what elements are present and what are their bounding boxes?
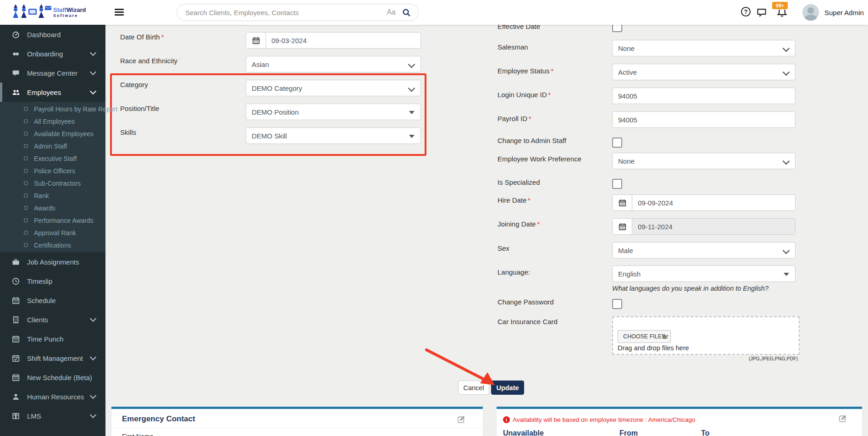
skills-label: Skills [120, 128, 136, 136]
dob-input[interactable] [266, 37, 420, 44]
calendar-icon [12, 335, 21, 342]
sidebar-subitem-performance-awards[interactable]: Performance Awards [0, 214, 105, 226]
notification-count-badge[interactable]: 99+ [772, 1, 788, 10]
sidebar-item-shift-management[interactable]: Shift Management [0, 348, 105, 368]
salesman-select[interactable]: None [612, 40, 796, 56]
emergency-contact-title: Emergency Contact [122, 414, 195, 424]
handshake-icon [12, 50, 21, 57]
search-icon[interactable] [402, 8, 411, 17]
sidebar-item-label: Dashboard [27, 31, 61, 39]
search-input[interactable] [184, 8, 387, 17]
change-password-checkbox[interactable] [612, 299, 622, 309]
sidebar-item-label: Employees [27, 88, 61, 96]
sidebar-item-message-center[interactable]: Message Center [0, 63, 105, 83]
sidebar-item-dashboard[interactable]: Dashboard [0, 25, 105, 44]
login-unique-id-label: Login Unique ID* [498, 91, 551, 99]
calendar-icon[interactable] [613, 219, 632, 234]
sidebar-item-timeslip[interactable]: Timeslip [0, 271, 105, 291]
comment-icon [12, 69, 21, 77]
sidebar-subitem-sub-contractors[interactable]: Sub-Contractors [0, 177, 105, 189]
dashboard-icon [12, 31, 21, 38]
position-title-label: Position/Title [120, 105, 159, 112]
is-specialized-checkbox[interactable] [612, 179, 622, 189]
language-dropdown[interactable]: English [612, 265, 796, 282]
messages-icon[interactable] [757, 7, 767, 17]
joining-date-label: Joining Date* [498, 220, 540, 228]
payroll-id-input[interactable] [613, 116, 795, 124]
sidebar-subitem-payroll-hours[interactable]: Payroll Hours by Rate Report [0, 103, 105, 115]
sidebar-item-lms[interactable]: LMS [0, 406, 105, 425]
joining-date-input[interactable] [632, 219, 795, 234]
sidebar-item-employees[interactable]: Employees [0, 83, 105, 102]
chevron-down-icon [90, 50, 96, 56]
work-preference-label: Employee Work Preference [498, 155, 581, 163]
staffwizard-logo[interactable]: StaffWizard Software [10, 1, 86, 23]
category-select[interactable]: DEMO Category [246, 80, 421, 96]
from-column-header: From [619, 429, 638, 436]
user-name[interactable]: Super Admin [824, 9, 864, 17]
sidebar-item-time-punch[interactable]: Time Punch [0, 329, 105, 348]
sidebar-item-human-resources[interactable]: Human Resources [0, 387, 105, 406]
sidebar-toggle-icon[interactable] [115, 9, 124, 16]
position-title-dropdown[interactable]: DEMO Position [246, 104, 421, 120]
chevron-down-icon [783, 158, 790, 165]
sidebar-item-new-schedule-beta[interactable]: New Schedule (Beta) [0, 368, 105, 387]
user-avatar[interactable] [802, 4, 819, 21]
race-label: Race and Ethnicity [120, 57, 177, 65]
change-admin-checkbox[interactable] [612, 138, 622, 148]
sidebar-subitem-available-employees[interactable]: Available Employees [0, 127, 105, 140]
hire-date-field [612, 194, 796, 211]
divider [111, 428, 483, 428]
joining-date-field [612, 218, 796, 235]
dob-field [246, 32, 421, 49]
help-icon[interactable]: ? [741, 7, 751, 17]
update-button[interactable]: Update [491, 381, 524, 395]
sidebar-item-job-assignments[interactable]: Job Assignments [0, 252, 105, 271]
circle-icon [24, 107, 28, 111]
clock-icon [12, 277, 21, 285]
skills-dropdown[interactable]: DEMO Skill [246, 127, 421, 144]
circle-icon [24, 243, 28, 247]
chevron-down-icon [783, 45, 790, 52]
sidebar-subitem-approval-rank[interactable]: Approval Rank [0, 226, 105, 239]
hire-date-input[interactable] [632, 199, 795, 207]
calendar-icon[interactable] [246, 33, 266, 48]
race-select[interactable]: Asian [246, 56, 421, 72]
sex-select[interactable]: Male [612, 242, 796, 259]
sidebar-item-onboarding[interactable]: Onboarding [0, 44, 105, 63]
circle-icon [24, 231, 28, 235]
font-size-toggle[interactable]: Aa [387, 8, 396, 17]
circle-icon [24, 193, 28, 198]
employee-status-select[interactable]: Active [612, 64, 796, 80]
top-header: StaffWizard Software Aa ? 99+ Super Admi… [0, 0, 868, 25]
sidebar-subitem-all-employees[interactable]: All Employees [0, 115, 105, 127]
is-specialized-label: Is Specialized [498, 178, 540, 186]
language-label: Language: [498, 268, 530, 276]
sidebar-subitem-police-officers[interactable]: Police Officers [0, 165, 105, 177]
employee-edit-page: StaffWizard Software Aa ? 99+ Super Admi… [0, 0, 868, 436]
calendar-icon[interactable] [613, 195, 632, 210]
edit-icon[interactable] [457, 415, 465, 424]
login-unique-id-input[interactable] [613, 92, 795, 100]
cancel-button[interactable]: Cancel [458, 381, 489, 395]
chevron-down-icon [90, 392, 96, 399]
car-insurance-dropzone[interactable]: CHOOSE FILES or Drag and drop files here [612, 316, 800, 355]
briefcase-icon [12, 258, 21, 265]
circle-icon [24, 169, 28, 173]
sidebar-item-clients[interactable]: Clients [0, 310, 105, 329]
work-preference-select[interactable]: None [612, 153, 796, 169]
unavailable-column-header: Unavailable [503, 429, 544, 436]
sidebar-subitem-admin-staff[interactable]: Admin Staff [0, 140, 105, 152]
file-formats-note: (JPG,JPEG,PNG,PDF) [612, 356, 798, 361]
sidebar-subitem-certifications[interactable]: Certifications [0, 239, 105, 251]
sidebar-subitem-awards[interactable]: Awards [0, 202, 105, 214]
chevron-down-icon [408, 61, 415, 68]
edit-icon[interactable] [839, 414, 847, 423]
sidebar-subitem-executive-staff[interactable]: Executive Staff [0, 152, 105, 165]
sidebar-item-label: Message Center [27, 69, 77, 77]
global-search: Aa [177, 4, 419, 21]
logo-text: StaffWizard Software [53, 7, 86, 18]
calendar-check-icon [12, 354, 21, 362]
sidebar-subitem-rank[interactable]: Rank [0, 189, 105, 202]
sidebar-item-schedule[interactable]: Schedule [0, 291, 105, 310]
